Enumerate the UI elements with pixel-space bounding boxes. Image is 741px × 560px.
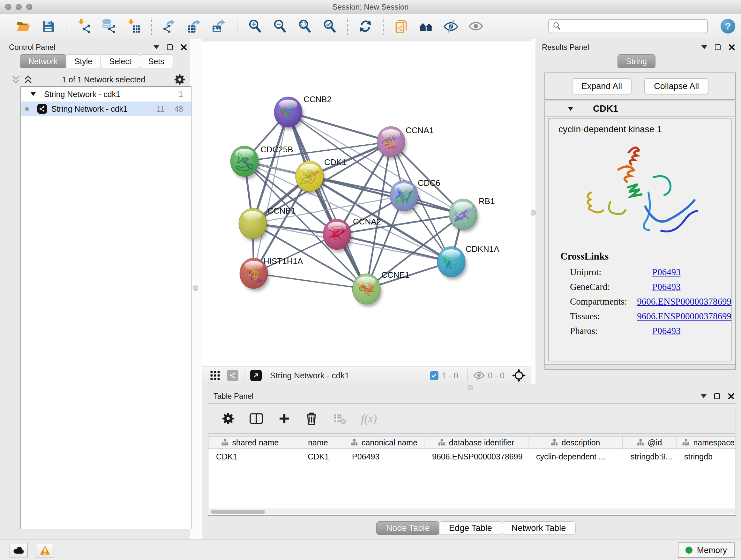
show-all-button[interactable]	[467, 16, 485, 36]
refresh-view-button[interactable]	[356, 16, 375, 36]
expand-all-button[interactable]: Expand All	[572, 78, 632, 95]
search-input[interactable]	[564, 22, 703, 30]
panel-menu-icon[interactable]	[701, 394, 706, 398]
status-bar: Memory	[0, 540, 741, 560]
collection-expand-icon[interactable]	[30, 92, 36, 96]
crosslink-link[interactable]: P06493	[652, 282, 681, 292]
cloud-status-button[interactable]	[10, 543, 28, 557]
tab-network-table[interactable]: Network Table	[502, 521, 576, 535]
memory-button[interactable]: Memory	[678, 543, 735, 558]
network-node-hist1h1a[interactable]: HIST1H1A	[240, 256, 303, 291]
edge-hist1h1a-ccne1[interactable]	[254, 273, 366, 289]
tab-node-table[interactable]: Node Table	[376, 521, 440, 535]
search-icon	[553, 22, 561, 30]
scrollbar-thumb[interactable]	[211, 510, 265, 514]
crosslink-link[interactable]: P06493	[652, 326, 681, 336]
network-node-rb1[interactable]: RB1	[449, 196, 495, 232]
network-node-ccna1[interactable]: CCNA1	[377, 125, 434, 160]
column-header-description[interactable]: description	[529, 436, 623, 449]
hide-selected-button[interactable]	[442, 16, 460, 36]
left-splitter-handle[interactable]	[193, 286, 198, 291]
tab-string[interactable]: String	[617, 54, 656, 68]
panel-close-icon[interactable]	[180, 44, 187, 51]
import-table-from-file-button[interactable]	[125, 16, 143, 36]
network-options-gear-icon[interactable]	[174, 74, 185, 85]
collapse-all-networks-icon[interactable]	[23, 74, 33, 84]
network-node-cdk1[interactable]: CDK1	[295, 158, 346, 194]
selected-count-icon[interactable]	[430, 371, 439, 380]
expand-all-networks-icon[interactable]	[11, 74, 21, 84]
save-session-button[interactable]	[39, 16, 57, 36]
tab-sets[interactable]: Sets	[140, 54, 173, 68]
network-gallery-home-button[interactable]	[417, 16, 435, 36]
import-network-from-file-button[interactable]	[75, 16, 93, 36]
gene-entry-header[interactable]: CDK1	[545, 101, 735, 117]
right-splitter-handle[interactable]	[530, 210, 536, 215]
entry-collapse-icon[interactable]	[568, 107, 573, 111]
crosslink-link[interactable]: P06493	[652, 267, 681, 277]
panel-float-icon[interactable]	[714, 393, 720, 399]
panel-close-icon[interactable]	[728, 44, 735, 51]
zoom-in-button[interactable]	[246, 16, 264, 36]
share-network-document-button[interactable]	[392, 16, 410, 36]
panel-menu-icon[interactable]	[153, 45, 159, 49]
network-node-cdc6[interactable]: CDC6	[390, 178, 441, 213]
column-header-namespace[interactable]: namespace	[677, 436, 740, 449]
tab-network[interactable]: Network	[20, 54, 66, 68]
show-columns-icon[interactable]	[249, 412, 263, 425]
open-session-button[interactable]	[14, 16, 32, 36]
panel-menu-icon[interactable]	[701, 45, 707, 49]
window-zoom-button[interactable]	[26, 4, 32, 10]
tab-edge-table[interactable]: Edge Table	[439, 521, 502, 535]
window-minimize-button[interactable]	[16, 4, 22, 10]
zoom-out-button[interactable]	[271, 16, 289, 36]
function-builder-icon[interactable]: f(x)	[361, 412, 377, 425]
delete-column-trash-icon[interactable]	[306, 412, 318, 425]
network-node-ccnb2[interactable]: CCNB2	[274, 95, 332, 130]
column-header-name[interactable]: name	[292, 436, 344, 449]
network-tree: String Network - cdk1 1 String Network -…	[20, 86, 192, 530]
network-canvas[interactable]: CCNB2CCNA1CDC25BCDK1CDC6RB1CCNB1CCNA2CDK…	[202, 42, 531, 367]
column-header-canonical-name[interactable]: canonical name	[344, 436, 424, 449]
panel-close-icon[interactable]	[728, 393, 735, 400]
network-node-ccne1[interactable]: CCNE1	[352, 270, 409, 307]
add-column-icon[interactable]	[278, 412, 291, 425]
network-node-ccnb1[interactable]: CCNB1	[239, 206, 295, 241]
network-share-icon[interactable]	[227, 370, 239, 381]
network-row[interactable]: String Network - cdk1 11 48	[21, 102, 191, 116]
export-image-button[interactable]	[210, 16, 228, 36]
crosslink-link[interactable]: 9606.ENSP00000378699	[637, 296, 731, 307]
tab-style[interactable]: Style	[66, 54, 101, 68]
window-close-button[interactable]	[5, 4, 11, 10]
results-scrollbar[interactable]	[545, 364, 735, 369]
fit-selected-crosshair-icon[interactable]	[512, 369, 526, 382]
delete-table-icon[interactable]	[332, 413, 346, 424]
panel-float-icon[interactable]	[715, 44, 721, 50]
collapse-all-button[interactable]: Collapse All	[644, 78, 709, 95]
import-network-from-database-button[interactable]	[99, 16, 118, 36]
birdseye-view-icon[interactable]	[250, 370, 262, 381]
zoom-fit-button[interactable]	[295, 16, 314, 36]
network-collection-row[interactable]: String Network - cdk1 1	[21, 87, 191, 102]
export-network-button[interactable]	[160, 16, 179, 36]
tab-select[interactable]: Select	[100, 54, 140, 68]
table-row[interactable]: CDK1CDK1P064939606.ENSP00000378699cyclin…	[208, 449, 736, 464]
panel-float-icon[interactable]	[167, 44, 173, 50]
zoom-selected-button[interactable]	[320, 16, 339, 36]
export-table-button[interactable]	[185, 16, 204, 36]
cell-database-identifier: 9606.ENSP00000378699	[424, 452, 529, 461]
network-edge-count: 48	[174, 105, 183, 114]
column-header-database-identifier[interactable]: database identifier	[424, 436, 529, 449]
column-header-shared-name[interactable]: shared name	[208, 436, 292, 449]
window-controls	[5, 4, 32, 10]
table-panel-tabs: Node TableEdge TableNetwork Table	[377, 521, 576, 535]
crosslink-link[interactable]: 9606.ENSP00000378699	[637, 311, 731, 321]
warnings-button[interactable]	[36, 543, 54, 557]
table-options-gear-icon[interactable]	[222, 412, 234, 425]
network-node-cdkn1a[interactable]: CDKN1A	[437, 244, 499, 280]
hidden-count-eye-icon[interactable]	[473, 371, 485, 380]
help-button[interactable]: ?	[721, 19, 735, 34]
grid-view-icon[interactable]	[210, 370, 220, 381]
column-header-id[interactable]: @id	[623, 436, 677, 449]
crosslink-row-pharos: Pharos:P06493	[570, 323, 731, 338]
